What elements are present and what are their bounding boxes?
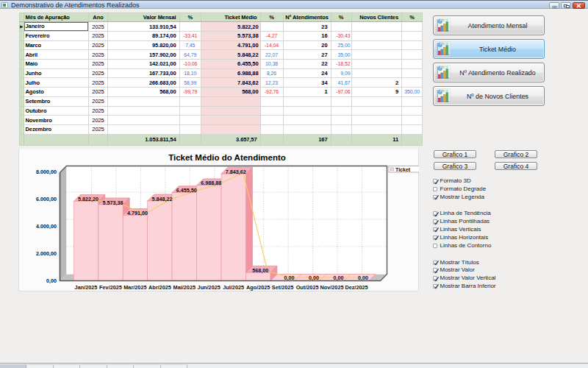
svg-text:6.000,00: 6.000,00 [36,196,57,202]
svg-text:4.791,00: 4.791,00 [127,210,148,216]
svg-text:0,00: 0,00 [334,275,344,281]
svg-text:Jun/2025: Jun/2025 [198,284,220,291]
svg-text:2.000,00: 2.000,00 [36,250,57,257]
svg-text:8.000,00: 8.000,00 [36,169,57,175]
svg-text:7.843,62: 7.843,62 [226,169,246,175]
svg-text:Jan/2025: Jan/2025 [75,284,98,291]
svg-text:Ticket: Ticket [395,167,411,172]
svg-text:Abr/2025: Abr/2025 [148,284,171,291]
svg-text:Dez/2025: Dez/2025 [345,284,368,291]
svg-text:Out/2025: Out/2025 [296,284,319,291]
svg-text:568,00: 568,00 [252,267,268,274]
svg-text:Mai/2025: Mai/2025 [173,284,196,291]
svg-text:5.848,22: 5.848,22 [151,196,172,202]
svg-text:6.988,88: 6.988,88 [201,180,221,186]
svg-text:0,00: 0,00 [284,275,295,281]
svg-text:Nov/2025: Nov/2025 [320,284,343,291]
svg-text:5.573,38: 5.573,38 [102,199,123,206]
svg-text:0,00: 0,00 [358,275,368,281]
svg-text:Set/2025: Set/2025 [272,284,294,291]
svg-text:4.000,00: 4.000,00 [36,223,57,230]
svg-text:0,00: 0,00 [46,277,57,284]
svg-text:Mar/2025: Mar/2025 [123,284,146,291]
svg-text:Fev/2025: Fev/2025 [99,284,122,291]
svg-text:0,00: 0,00 [309,275,319,281]
svg-text:Ago/2025: Ago/2025 [246,284,270,291]
svg-text:5.822,20: 5.822,20 [78,196,98,202]
svg-text:Ticket Médio do Atendimento: Ticket Médio do Atendimento [168,153,286,162]
svg-text:6.455,50: 6.455,50 [176,187,197,194]
svg-text:Jul/2025: Jul/2025 [223,284,244,291]
